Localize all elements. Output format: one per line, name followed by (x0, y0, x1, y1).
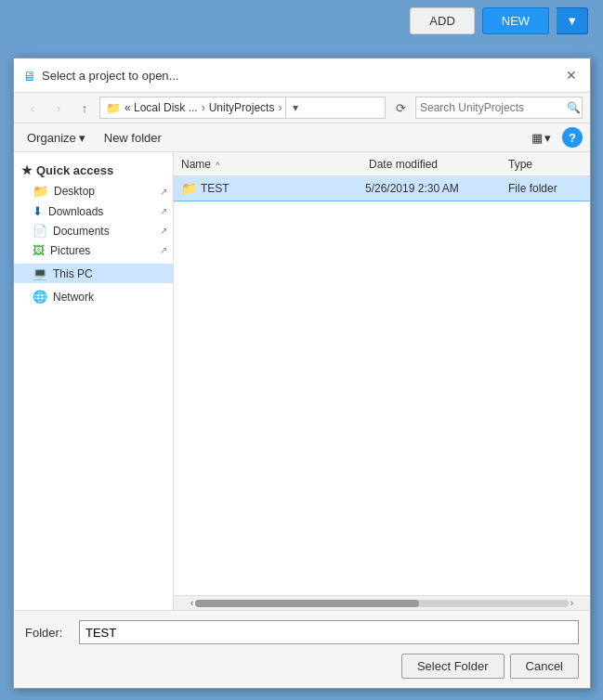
scroll-right-button[interactable]: › (569, 598, 575, 608)
open-project-dialog: 🖥 Select a project to open... ✕ ‹ › ↑ 📁 … (13, 58, 591, 689)
file-list: 📁 TEST 5/26/2019 2:30 AM File folder (174, 176, 590, 595)
new-button[interactable]: NEW (482, 7, 549, 34)
organize-chevron: ▾ (79, 131, 85, 145)
breadcrumb-bar[interactable]: 📁 « Local Disk ... › UnityProjects › ▾ (99, 97, 386, 119)
close-button[interactable]: ✕ (562, 66, 581, 84)
this-pc-icon: 💻 (33, 266, 47, 280)
new-folder-button[interactable]: New folder (98, 129, 167, 147)
sidebar-item-desktop[interactable]: 📁 Desktop ↗ (14, 181, 173, 201)
sidebar: ★ Quick access 📁 Desktop ↗ ⬇ Downloads ↗… (14, 152, 174, 610)
documents-label: Documents (53, 225, 110, 238)
sidebar-item-pictures[interactable]: 🖼 Pictures ↗ (14, 240, 173, 260)
sidebar-item-network[interactable]: 🌐 Network (14, 287, 173, 306)
file-date: 5/26/2019 2:30 AM (365, 182, 505, 195)
breadcrumb-part-2: UnityProjects (209, 101, 275, 114)
help-button[interactable]: ? (562, 127, 583, 148)
search-icon: 🔍 (563, 101, 584, 114)
back-button[interactable]: ‹ (21, 97, 44, 119)
folder-row: Folder: (25, 620, 579, 644)
dialog-title-bar: 🖥 Select a project to open... ✕ (14, 58, 590, 93)
search-bar: 🔍 (415, 97, 583, 119)
breadcrumb-sep-1: › (202, 101, 205, 114)
quick-access-icon: ★ (21, 163, 33, 177)
file-type: File folder (508, 182, 583, 195)
navigation-bar: ‹ › ↑ 📁 « Local Disk ... › UnityProjects… (14, 93, 590, 123)
desktop-folder-icon: 📁 (33, 184, 48, 199)
network-icon: 🌐 (33, 290, 47, 304)
file-name: TEST (201, 182, 361, 195)
col-name-header: Name ^ (181, 158, 369, 171)
horizontal-scrollbar-area: ‹ › (174, 595, 590, 610)
folder-input[interactable] (79, 620, 579, 644)
pictures-icon: 🖼 (33, 243, 45, 257)
this-pc-section: 💻 This PC (14, 264, 173, 283)
forward-button[interactable]: › (47, 97, 70, 119)
toolbar: Organize ▾ New folder ▦ ▾ ? (14, 123, 590, 152)
downloads-pin-icon: ↗ (160, 206, 167, 216)
dialog-footer: Folder: Select Folder Cancel (14, 610, 590, 688)
desktop-label: Desktop (54, 185, 95, 198)
folder-icon: 📁 (181, 181, 197, 196)
column-header: Name ^ Date modified Type (174, 152, 590, 176)
up-button[interactable]: ↑ (73, 97, 96, 119)
network-label: Network (53, 291, 94, 304)
search-input[interactable] (416, 97, 563, 118)
breadcrumb-part-1: « Local Disk ... (125, 101, 198, 114)
this-pc-label: This PC (53, 267, 93, 280)
breadcrumb-folder-icon: 📁 (106, 101, 121, 115)
organize-label: Organize (27, 131, 76, 145)
new-dropdown-button[interactable]: ▼ (557, 7, 588, 34)
add-button[interactable]: ADD (410, 7, 474, 34)
footer-buttons: Select Folder Cancel (25, 654, 579, 679)
cancel-button[interactable]: Cancel (510, 654, 579, 679)
main-area: ★ Quick access 📁 Desktop ↗ ⬇ Downloads ↗… (14, 152, 590, 610)
folder-label: Folder: (25, 626, 72, 640)
file-area: Name ^ Date modified Type 📁 TEST 5/26/20… (174, 152, 590, 610)
col-date-header: Date modified (369, 158, 508, 171)
view-chevron: ▾ (544, 131, 551, 145)
col-type-header: Type (508, 158, 583, 171)
quick-access-section: ★ Quick access 📁 Desktop ↗ ⬇ Downloads ↗… (14, 160, 173, 260)
select-folder-button[interactable]: Select Folder (401, 654, 505, 679)
network-section: 🌐 Network (14, 287, 173, 306)
sidebar-item-downloads[interactable]: ⬇ Downloads ↗ (14, 201, 173, 221)
table-row[interactable]: 📁 TEST 5/26/2019 2:30 AM File folder (174, 176, 590, 201)
downloads-label: Downloads (48, 205, 103, 218)
downloads-icon: ⬇ (33, 204, 43, 218)
view-button[interactable]: ▦ ▾ (528, 129, 555, 147)
pictures-pin-icon: ↗ (160, 245, 167, 255)
scroll-thumb (195, 600, 419, 607)
organize-button[interactable]: Organize ▾ (21, 129, 91, 147)
horizontal-scrollbar[interactable] (195, 600, 568, 607)
documents-icon: 📄 (33, 224, 47, 238)
sort-indicator: ^ (216, 161, 219, 170)
quick-access-header[interactable]: ★ Quick access (14, 160, 173, 181)
view-icon: ▦ (531, 131, 543, 145)
breadcrumb-dropdown[interactable]: ▾ (285, 97, 304, 119)
sidebar-item-documents[interactable]: 📄 Documents ↗ (14, 221, 173, 240)
refresh-button[interactable]: ⟳ (389, 97, 412, 119)
breadcrumb-sep-2: › (278, 101, 282, 114)
dialog-icon: 🖥 (23, 69, 36, 82)
pictures-label: Pictures (50, 244, 90, 257)
quick-access-label: Quick access (36, 163, 113, 177)
sidebar-item-this-pc[interactable]: 💻 This PC (14, 264, 173, 283)
desktop-pin-icon: ↗ (160, 187, 167, 197)
dialog-title: Select a project to open... (42, 69, 557, 83)
scroll-left-button[interactable]: ‹ (189, 598, 195, 608)
documents-pin-icon: ↗ (160, 226, 167, 236)
